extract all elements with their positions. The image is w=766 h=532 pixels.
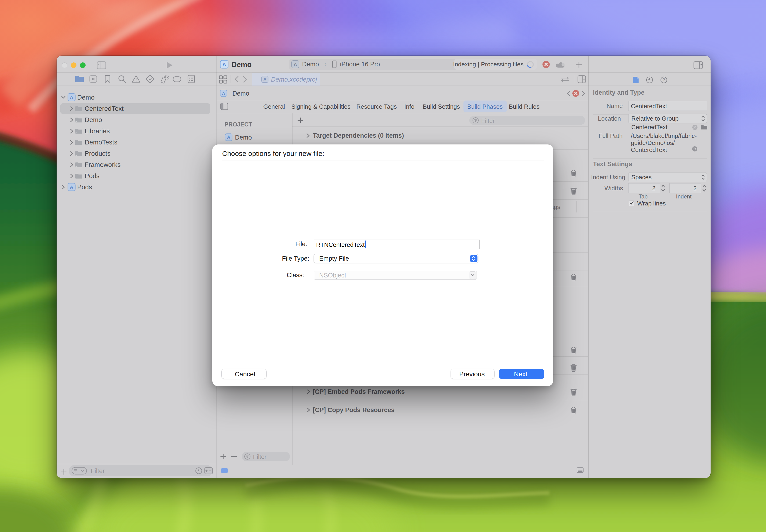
- svg-text:A: A: [70, 184, 73, 190]
- svg-text:A: A: [222, 91, 225, 96]
- svg-text:A: A: [227, 135, 230, 140]
- svg-text:A: A: [263, 77, 266, 82]
- svg-text:A: A: [222, 61, 226, 67]
- svg-text:A: A: [70, 95, 73, 100]
- svg-text:A: A: [294, 62, 297, 67]
- svg-text:?: ?: [663, 78, 665, 82]
